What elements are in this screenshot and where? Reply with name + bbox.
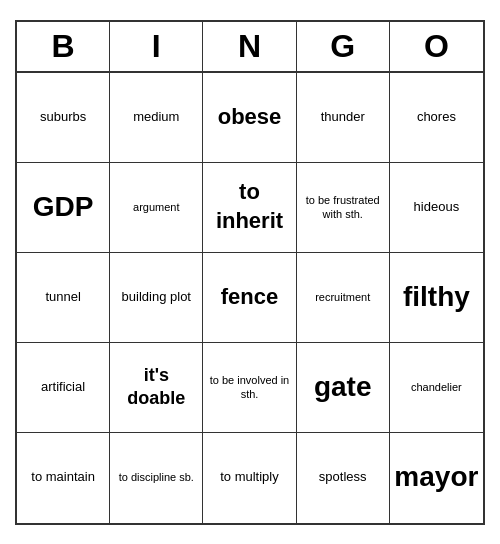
bingo-cell-19: chandelier <box>390 343 483 433</box>
bingo-cell-0: suburbs <box>17 73 110 163</box>
header-letter-n: N <box>203 22 296 71</box>
bingo-cell-23: spotless <box>297 433 390 523</box>
bingo-cell-14: filthy <box>390 253 483 343</box>
header-letter-i: I <box>110 22 203 71</box>
bingo-cell-5: GDP <box>17 163 110 253</box>
bingo-header: BINGO <box>17 22 483 73</box>
bingo-cell-9: hideous <box>390 163 483 253</box>
bingo-card: BINGO suburbsmediumobesethunderchoresGDP… <box>15 20 485 525</box>
bingo-cell-8: to be frustrated with sth. <box>297 163 390 253</box>
bingo-cell-7: to inherit <box>203 163 296 253</box>
bingo-cell-2: obese <box>203 73 296 163</box>
bingo-cell-10: tunnel <box>17 253 110 343</box>
bingo-cell-12: fence <box>203 253 296 343</box>
header-letter-g: G <box>297 22 390 71</box>
bingo-cell-6: argument <box>110 163 203 253</box>
bingo-cell-18: gate <box>297 343 390 433</box>
bingo-cell-1: medium <box>110 73 203 163</box>
bingo-cell-16: it's doable <box>110 343 203 433</box>
bingo-cell-17: to be involved in sth. <box>203 343 296 433</box>
bingo-cell-15: artificial <box>17 343 110 433</box>
bingo-cell-20: to maintain <box>17 433 110 523</box>
bingo-grid: suburbsmediumobesethunderchoresGDPargume… <box>17 73 483 523</box>
bingo-cell-24: mayor <box>390 433 483 523</box>
bingo-cell-11: building plot <box>110 253 203 343</box>
bingo-cell-3: thunder <box>297 73 390 163</box>
header-letter-b: B <box>17 22 110 71</box>
bingo-cell-22: to multiply <box>203 433 296 523</box>
header-letter-o: O <box>390 22 483 71</box>
bingo-cell-13: recruitment <box>297 253 390 343</box>
bingo-cell-4: chores <box>390 73 483 163</box>
bingo-cell-21: to discipline sb. <box>110 433 203 523</box>
